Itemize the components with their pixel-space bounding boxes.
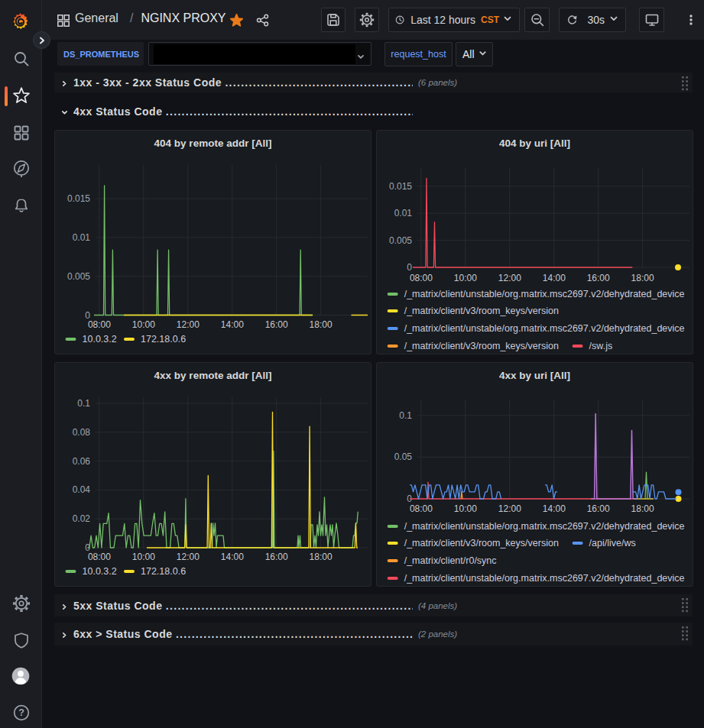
svg-text:08:00: 08:00 (410, 503, 433, 514)
svg-text:/_matrix/client/v3/room_keys/v: /_matrix/client/v3/room_keys/version (404, 341, 559, 351)
svg-text:/_matrix/client/unstable/org.m: /_matrix/client/unstable/org.matrix.msc2… (404, 573, 685, 584)
svg-text:18:00: 18:00 (631, 503, 654, 514)
svg-text:14:00: 14:00 (221, 552, 244, 562)
svg-text:10:00: 10:00 (454, 273, 477, 283)
svg-text:0.08: 0.08 (73, 427, 91, 438)
svg-text:0.1: 0.1 (399, 410, 412, 421)
svg-text:10:00: 10:00 (132, 319, 155, 330)
svg-text:/_matrix/client/unstable/org.m: /_matrix/client/unstable/org.matrix.msc2… (404, 323, 685, 334)
svg-text:12:00: 12:00 (177, 319, 200, 330)
svg-text:0.005: 0.005 (67, 271, 90, 282)
svg-text:0.015: 0.015 (67, 193, 90, 204)
svg-text:16:00: 16:00 (265, 319, 288, 330)
svg-text:/_matrix/client/r0/sync: /_matrix/client/r0/sync (404, 555, 497, 566)
svg-text:0.01: 0.01 (394, 208, 413, 218)
svg-text:172.18.0.6: 172.18.0.6 (141, 334, 186, 345)
svg-text:/_matrix/client/unstable/org.m: /_matrix/client/unstable/org.matrix.msc2… (404, 289, 685, 299)
svg-text:12:00: 12:00 (498, 503, 521, 514)
svg-text:0.015: 0.015 (389, 181, 412, 192)
svg-text:08:00: 08:00 (88, 319, 111, 330)
svg-text:18:00: 18:00 (310, 319, 333, 330)
svg-text:12:00: 12:00 (177, 552, 200, 562)
svg-text:14:00: 14:00 (543, 503, 566, 514)
svg-text:08:00: 08:00 (88, 552, 111, 562)
svg-text:?: ? (18, 707, 24, 718)
svg-text:14:00: 14:00 (543, 273, 566, 283)
svg-text:0.02: 0.02 (73, 513, 91, 524)
svg-text:/sw.js: /sw.js (589, 341, 613, 351)
svg-text:16:00: 16:00 (587, 273, 610, 283)
svg-text:10:00: 10:00 (454, 503, 477, 514)
svg-text:08:00: 08:00 (410, 273, 433, 283)
svg-text:18:00: 18:00 (310, 552, 333, 562)
svg-text:0.1: 0.1 (77, 398, 90, 409)
svg-text:18:00: 18:00 (631, 273, 654, 283)
svg-text:16:00: 16:00 (587, 503, 610, 514)
svg-text:0.04: 0.04 (73, 484, 91, 495)
svg-text:16:00: 16:00 (265, 552, 288, 562)
svg-text:0.06: 0.06 (73, 456, 91, 467)
svg-text:/api/live/ws: /api/live/ws (589, 538, 636, 548)
svg-text:0.01: 0.01 (73, 232, 91, 243)
svg-text:14:00: 14:00 (221, 319, 244, 330)
svg-text:10:00: 10:00 (132, 552, 155, 562)
svg-text:0.05: 0.05 (394, 451, 413, 462)
svg-text:/_matrix/client/unstable/org.m: /_matrix/client/unstable/org.matrix.msc2… (404, 521, 685, 532)
svg-text:0.005: 0.005 (389, 235, 412, 246)
svg-text:10.0.3.2: 10.0.3.2 (83, 334, 117, 345)
svg-text:172.18.0.6: 172.18.0.6 (141, 566, 186, 577)
svg-text:/_matrix/client/v3/room_keys/v: /_matrix/client/v3/room_keys/version (404, 306, 559, 316)
svg-text:12:00: 12:00 (498, 273, 521, 283)
svg-text:/_matrix/client/v3/room_keys/v: /_matrix/client/v3/room_keys/version (404, 538, 559, 548)
svg-text:10.0.3.2: 10.0.3.2 (83, 566, 117, 577)
svg-text:0: 0 (407, 262, 412, 273)
